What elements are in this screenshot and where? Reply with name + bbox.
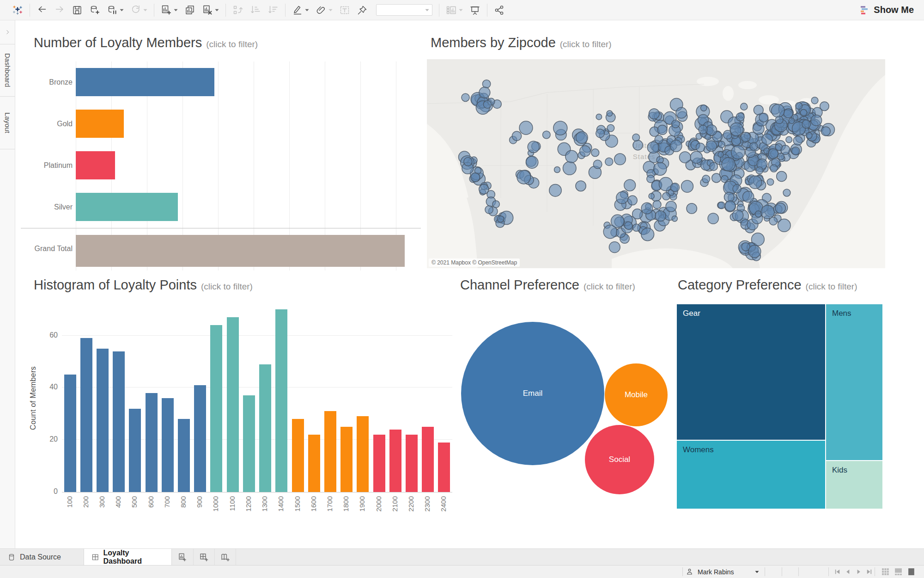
category-treemap: GearWomensMensKids xyxy=(677,304,882,509)
treemap-kids[interactable]: Kids xyxy=(826,461,882,509)
nav-next-sheet-button[interactable] xyxy=(855,568,862,575)
histogram-bar[interactable] xyxy=(308,435,320,492)
bubble-email[interactable]: Email xyxy=(461,322,604,465)
toolbar-show-hide-cards-button[interactable] xyxy=(446,5,463,16)
toolbar-run-auto-updates-button[interactable] xyxy=(130,5,147,16)
toolbar-save-button[interactable] xyxy=(72,5,83,16)
treemap-womens[interactable]: Womens xyxy=(677,441,825,509)
histogram-bar[interactable] xyxy=(324,411,336,492)
toolbar-duplicate-sheet-button[interactable] xyxy=(184,5,195,16)
new-story-button[interactable] xyxy=(214,549,236,566)
treemap-label: Womens xyxy=(683,445,714,454)
bar-mark[interactable] xyxy=(76,68,214,96)
bubble-mobile[interactable]: Mobile xyxy=(605,363,668,426)
toolbar-combobox[interactable] xyxy=(376,4,432,16)
toolbar-tableau-logo-button[interactable] xyxy=(12,5,23,16)
toolbar-undo-arrow-button[interactable] xyxy=(36,5,48,16)
tab-dashboard[interactable]: Dashboard xyxy=(0,44,15,96)
new-dashboard-button[interactable] xyxy=(193,549,215,566)
expand-pane-button[interactable] xyxy=(0,20,15,44)
loyalty-points-histogram[interactable] xyxy=(62,304,452,492)
bubble-social[interactable]: Social xyxy=(585,425,654,494)
histogram-bar[interactable] xyxy=(64,375,76,492)
x-tick-label: 1300 xyxy=(261,496,270,511)
histogram-bar[interactable] xyxy=(422,427,434,492)
zipcode-map[interactable]: UnitedStates © 2021 Mapbox © OpenStreetM… xyxy=(427,59,885,268)
histogram-bar[interactable] xyxy=(227,317,239,492)
presentation-mode-icon xyxy=(469,5,480,16)
toolbar-show-mark-labels-button[interactable] xyxy=(339,5,350,16)
title-subtext: (click to filter) xyxy=(206,39,258,49)
usa-map[interactable]: UnitedStates xyxy=(427,59,885,268)
toolbar-new-data-source-button[interactable] xyxy=(89,5,100,16)
histogram-bar[interactable] xyxy=(243,395,255,492)
bar-mark[interactable] xyxy=(76,110,124,138)
tab-data-source[interactable]: Data Source xyxy=(0,549,84,566)
histogram-bar[interactable] xyxy=(275,309,287,492)
histogram-bar[interactable] xyxy=(178,419,190,492)
bar-mark[interactable] xyxy=(76,235,405,267)
toolbar-sort-descending-button[interactable] xyxy=(267,5,279,16)
histogram-bar[interactable] xyxy=(406,435,418,492)
view-sheet-button[interactable] xyxy=(907,568,915,576)
histogram-bar[interactable] xyxy=(340,427,353,492)
histogram-bar[interactable] xyxy=(373,435,385,492)
y-tick-label: 20 xyxy=(34,435,58,443)
treemap-mens[interactable]: Mens xyxy=(826,304,882,460)
histogram-bar[interactable] xyxy=(357,416,369,492)
toolbar-swap-rows-columns-button[interactable] xyxy=(232,5,243,16)
x-tick-label: 800 xyxy=(179,496,188,508)
bar-mark[interactable] xyxy=(76,193,178,221)
histogram-bar[interactable] xyxy=(259,364,271,492)
caret-down-icon xyxy=(215,9,219,12)
histogram-bar[interactable] xyxy=(129,409,141,492)
toolbar-highlight-button[interactable] xyxy=(292,5,309,16)
histogram-bar[interactable] xyxy=(80,338,92,492)
view-filmstrip-button[interactable] xyxy=(894,568,902,576)
histogram-bar[interactable] xyxy=(389,430,401,492)
histogram-bar[interactable] xyxy=(113,351,125,492)
user-name: Mark Rabins xyxy=(698,568,734,576)
bar-row: Platinum xyxy=(21,145,421,186)
histogram-bar[interactable] xyxy=(146,393,158,492)
caret-down-icon xyxy=(425,9,429,12)
histogram-bar[interactable] xyxy=(210,325,222,492)
histogram-bar[interactable] xyxy=(97,349,109,492)
toolbar-clear-sheet-button[interactable] xyxy=(202,5,219,16)
toolbar-fix-axes-button[interactable] xyxy=(357,5,368,16)
nav-first-sheet-button[interactable] xyxy=(834,568,841,575)
toolbar-pause-auto-updates-button[interactable] xyxy=(107,5,124,16)
histogram-bar[interactable] xyxy=(292,419,304,492)
highlight-icon xyxy=(292,5,303,16)
x-tick-label: 400 xyxy=(114,496,123,508)
title-subtext: (click to filter) xyxy=(584,282,635,291)
toolbar-sort-ascending-button[interactable] xyxy=(250,5,261,16)
title-subtext: (click to filter) xyxy=(201,282,253,291)
toolbar-presentation-mode-button[interactable] xyxy=(469,5,480,16)
view-tiles-button[interactable] xyxy=(881,568,889,576)
toolbar-share-workbook-button[interactable] xyxy=(494,5,505,16)
show-me-button[interactable]: Show Me xyxy=(859,5,914,16)
histogram-bar[interactable] xyxy=(162,398,174,492)
bar-row-label: Gold xyxy=(21,103,73,145)
treemap-gear[interactable]: Gear xyxy=(677,304,825,440)
caret-down-icon xyxy=(174,9,178,12)
x-tick-label: 300 xyxy=(98,496,107,508)
toolbar-redo-arrow-button[interactable] xyxy=(54,5,65,16)
nav-last-sheet-button[interactable] xyxy=(866,568,873,575)
nav-previous-sheet-button[interactable] xyxy=(845,568,851,575)
histogram-bar[interactable] xyxy=(438,443,450,492)
x-tick-label: 2400 xyxy=(439,496,449,511)
tab-loyalty-dashboard[interactable]: Loyalty Dashboard xyxy=(84,549,172,566)
toolbar-group-members-button[interactable] xyxy=(316,5,333,16)
bar-row: Gold xyxy=(21,103,421,145)
tab-layout[interactable]: Layout xyxy=(0,97,15,149)
toolbar-new-worksheet-button[interactable] xyxy=(161,5,178,16)
members-bar-chart[interactable]: BronzeGoldPlatinumSilverGrand Total xyxy=(21,61,421,271)
gridline xyxy=(62,335,452,336)
histogram-bar[interactable] xyxy=(194,385,206,492)
user-menu[interactable]: Mark Rabins xyxy=(686,566,759,578)
new-worksheet-button[interactable] xyxy=(172,549,194,566)
bar-row-label: Silver xyxy=(21,186,73,228)
bar-mark[interactable] xyxy=(76,151,115,179)
